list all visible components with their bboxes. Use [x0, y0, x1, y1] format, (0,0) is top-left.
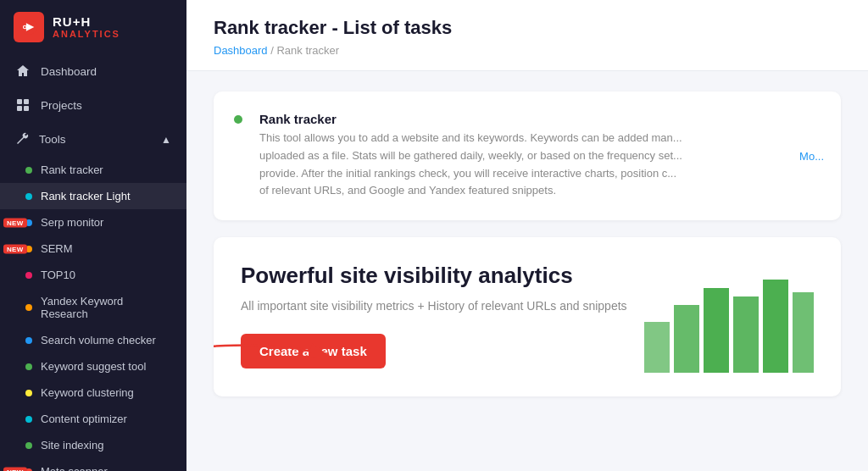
- svg-rect-12: [704, 288, 729, 373]
- tools-icon: [15, 131, 29, 147]
- brand-analytics: ANALYTICS: [53, 29, 120, 39]
- svg-rect-14: [763, 280, 788, 373]
- top10-label: TOP10: [41, 269, 75, 281]
- breadcrumb: Dashboard / Rank tracker: [214, 44, 841, 57]
- breadcrumb-home[interactable]: Dashboard: [214, 44, 268, 57]
- yandex-keyword-dot: [25, 304, 32, 311]
- keyword-clustering-label: Keyword clustering: [41, 386, 134, 399]
- tool-card-title: Rank tracker: [259, 112, 682, 126]
- search-volume-label: Search volume checker: [41, 334, 156, 346]
- home-icon: [15, 64, 31, 79]
- keyword-suggest-dot: [25, 363, 32, 370]
- breadcrumb-separator: / Rank tracker: [270, 44, 339, 57]
- sidebar-item-meta-scanner[interactable]: NEW Meta scanner: [0, 458, 186, 471]
- projects-icon: [15, 97, 31, 113]
- logo-icon: [14, 12, 44, 42]
- svg-rect-7: [24, 106, 29, 111]
- chart-preview: [644, 271, 814, 373]
- projects-label: Projects: [41, 99, 82, 112]
- svg-rect-6: [17, 106, 22, 111]
- dashboard-label: Dashboard: [41, 65, 97, 78]
- main-body: Rank tracker This tool allows you to add…: [186, 71, 868, 471]
- rank-tracker-dot: [25, 167, 32, 174]
- tools-label: Tools: [39, 133, 66, 146]
- sidebar-item-serm[interactable]: NEW SERM: [0, 236, 186, 262]
- sidebar-item-keyword-suggest[interactable]: Keyword suggest tool: [0, 353, 186, 380]
- sidebar-item-keyword-clustering[interactable]: Keyword clustering: [0, 380, 186, 406]
- yandex-keyword-label: Yandex Keyword Research: [41, 295, 171, 320]
- sidebar: RU+H ANALYTICS Dashboard Projects: [0, 0, 186, 471]
- sidebar-item-rank-tracker-light[interactable]: Rank tracker Light: [0, 183, 186, 209]
- sidebar-item-top10[interactable]: TOP10: [0, 262, 186, 288]
- content-optimizer-label: Content optimizer: [41, 413, 127, 425]
- sidebar-item-serp-monitor[interactable]: NEW Serp monitor: [0, 209, 186, 236]
- serp-monitor-label: Serp monitor: [41, 216, 103, 229]
- search-volume-dot: [25, 337, 32, 344]
- rank-tracker-label: Rank tracker: [41, 163, 103, 176]
- new-badge-meta: NEW: [3, 467, 27, 471]
- visibility-desc: All important site visibility metrics + …: [241, 297, 644, 315]
- main-header: Rank tracker - List of tasks Dashboard /…: [186, 0, 868, 71]
- content-optimizer-dot: [25, 416, 32, 423]
- sidebar-item-dashboard[interactable]: Dashboard: [0, 54, 186, 88]
- svg-rect-4: [17, 99, 22, 104]
- keyword-suggest-label: Keyword suggest tool: [41, 360, 146, 373]
- create-new-task-button[interactable]: Create a new task: [241, 334, 386, 368]
- svg-point-3: [24, 26, 25, 28]
- site-indexing-label: Site indexing: [41, 439, 103, 452]
- svg-rect-15: [793, 292, 814, 373]
- sidebar-item-site-indexing[interactable]: Site indexing: [0, 432, 186, 458]
- rank-tracker-light-label: Rank tracker Light: [41, 190, 131, 202]
- tool-status-dot: [234, 115, 242, 124]
- visibility-title: Powerful site visibility analytics: [241, 263, 644, 289]
- sidebar-item-content-optimizer[interactable]: Content optimizer: [0, 406, 186, 432]
- meta-scanner-label: Meta scanner: [41, 465, 108, 471]
- keyword-clustering-dot: [25, 390, 32, 396]
- chevron-up-icon: ▲: [161, 134, 171, 146]
- new-badge-serp: NEW: [3, 218, 27, 227]
- svg-rect-5: [24, 99, 29, 104]
- page-title: Rank tracker - List of tasks: [214, 17, 841, 39]
- sidebar-item-projects[interactable]: Projects: [0, 88, 186, 122]
- site-indexing-dot: [25, 442, 32, 449]
- svg-rect-13: [733, 296, 759, 373]
- visibility-left: Powerful site visibility analytics All i…: [241, 263, 644, 368]
- tools-header[interactable]: Tools ▲: [0, 122, 186, 157]
- new-badge-serm: NEW: [3, 244, 27, 253]
- visibility-card: Powerful site visibility analytics All i…: [214, 237, 841, 396]
- logo-area[interactable]: RU+H ANALYTICS: [0, 0, 186, 54]
- sidebar-item-rank-tracker[interactable]: Rank tracker: [0, 157, 186, 183]
- svg-rect-10: [644, 322, 670, 373]
- svg-rect-11: [674, 305, 699, 373]
- tool-card-body: Rank tracker This tool allows you to add…: [259, 112, 682, 200]
- brand-rush: RU+H: [53, 15, 120, 30]
- sidebar-item-search-volume[interactable]: Search volume checker: [0, 327, 186, 353]
- top10-dot: [25, 272, 32, 279]
- sidebar-item-yandex-keyword[interactable]: Yandex Keyword Research: [0, 288, 186, 327]
- rank-tracker-light-dot: [25, 193, 32, 200]
- more-link[interactable]: Mo...: [799, 150, 824, 163]
- logo-text: RU+H ANALYTICS: [53, 15, 120, 40]
- tool-card-desc: This tool allows you to add a website an…: [259, 130, 682, 200]
- tool-info-card: Rank tracker This tool allows you to add…: [214, 91, 841, 220]
- main-content-area: Rank tracker - List of tasks Dashboard /…: [186, 0, 868, 471]
- serm-label: SERM: [41, 242, 73, 255]
